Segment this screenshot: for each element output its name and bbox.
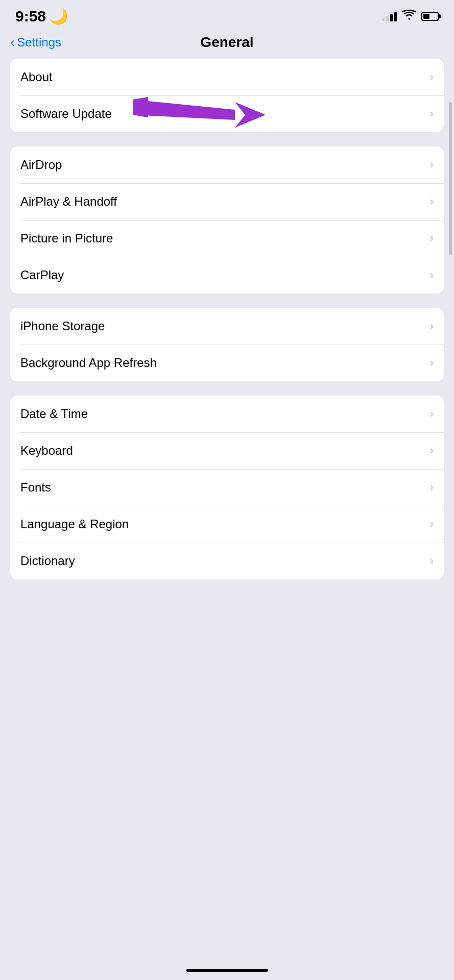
about-label: About <box>20 70 53 84</box>
status-bar: 9:58 🌙 <box>0 0 454 30</box>
back-button-label: Settings <box>17 35 61 50</box>
picture-in-picture-label: Picture in Picture <box>20 231 113 246</box>
home-indicator <box>186 969 268 972</box>
settings-group-4: Date & Time › Keyboard › Fonts › Languag… <box>10 396 444 579</box>
airdrop-label: AirDrop <box>20 158 62 172</box>
settings-row-picture-in-picture[interactable]: Picture in Picture › <box>10 220 444 257</box>
time-display: 9:58 <box>15 8 46 25</box>
nav-bar: ‹ Settings General <box>0 30 454 59</box>
language-region-label: Language & Region <box>20 517 129 531</box>
settings-group-1: About › Software Update › <box>10 59 444 132</box>
software-update-chevron-icon: › <box>430 107 434 120</box>
airdrop-chevron-icon: › <box>430 158 434 172</box>
dictionary-label: Dictionary <box>20 554 75 568</box>
carplay-label: CarPlay <box>20 268 64 282</box>
iphone-storage-chevron-icon: › <box>430 320 434 333</box>
wifi-icon <box>402 10 416 23</box>
settings-row-fonts[interactable]: Fonts › <box>10 469 444 506</box>
settings-row-keyboard[interactable]: Keyboard › <box>10 432 444 469</box>
carplay-chevron-icon: › <box>430 268 434 282</box>
battery-icon <box>421 12 439 21</box>
date-time-chevron-icon: › <box>430 407 434 421</box>
settings-row-background-app-refresh[interactable]: Background App Refresh › <box>10 345 444 381</box>
status-right-icons <box>382 10 439 23</box>
settings-row-about[interactable]: About › <box>10 59 444 95</box>
settings-row-airdrop[interactable]: AirDrop › <box>10 146 444 183</box>
iphone-storage-label: iPhone Storage <box>20 319 105 333</box>
picture-in-picture-chevron-icon: › <box>430 232 434 245</box>
keyboard-label: Keyboard <box>20 444 73 458</box>
dictionary-chevron-icon: › <box>430 554 434 568</box>
back-chevron-icon: ‹ <box>10 35 15 50</box>
settings-group-2: AirDrop › AirPlay & Handoff › Picture in… <box>10 146 444 293</box>
settings-row-carplay[interactable]: CarPlay › <box>10 257 444 293</box>
back-button[interactable]: ‹ Settings <box>10 35 61 50</box>
settings-row-iphone-storage[interactable]: iPhone Storage › <box>10 308 444 345</box>
signal-icon <box>382 11 397 21</box>
settings-row-date-time[interactable]: Date & Time › <box>10 396 444 432</box>
airplay-handoff-chevron-icon: › <box>430 195 434 208</box>
settings-row-software-update[interactable]: Software Update › <box>10 95 444 132</box>
fonts-chevron-icon: › <box>430 481 434 494</box>
airplay-handoff-label: AirPlay & Handoff <box>20 194 117 209</box>
date-time-label: Date & Time <box>20 407 88 421</box>
scrollbar[interactable] <box>449 102 452 255</box>
about-chevron-icon: › <box>430 70 434 84</box>
settings-row-airplay-handoff[interactable]: AirPlay & Handoff › <box>10 183 444 220</box>
keyboard-chevron-icon: › <box>430 444 434 457</box>
fonts-label: Fonts <box>20 480 51 495</box>
software-update-label: Software Update <box>20 107 112 121</box>
status-time: 9:58 🌙 <box>15 7 68 25</box>
settings-group-3: iPhone Storage › Background App Refresh … <box>10 308 444 381</box>
background-app-refresh-chevron-icon: › <box>430 356 434 370</box>
settings-row-language-region[interactable]: Language & Region › <box>10 506 444 543</box>
moon-icon: 🌙 <box>49 7 68 25</box>
language-region-chevron-icon: › <box>430 518 434 531</box>
background-app-refresh-label: Background App Refresh <box>20 356 157 370</box>
settings-row-dictionary[interactable]: Dictionary › <box>10 543 444 579</box>
settings-content: About › Software Update › AirDrop › AirP… <box>0 59 454 579</box>
page-title: General <box>200 34 253 51</box>
